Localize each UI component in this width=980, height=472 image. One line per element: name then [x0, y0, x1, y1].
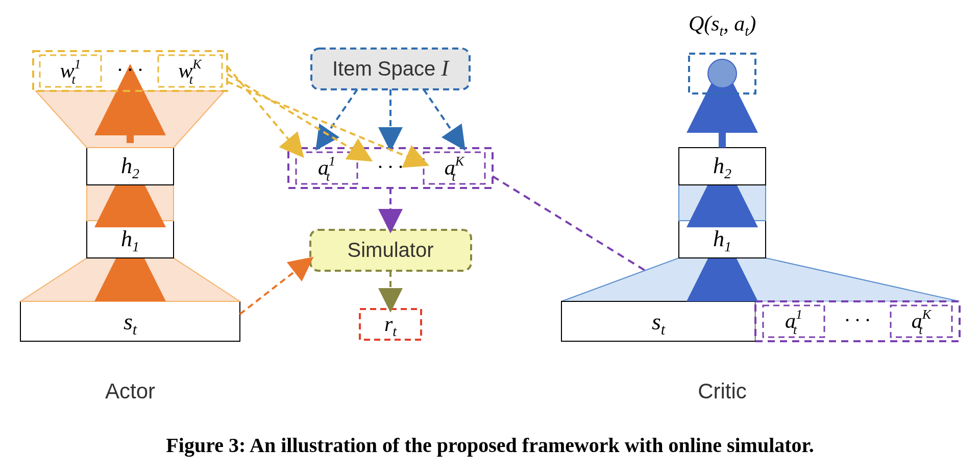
figure-caption: Figure 3: An illustration of the propose… [166, 434, 814, 457]
actor-w1-label: w1t [60, 57, 81, 87]
actions-dots: · · · [378, 155, 403, 178]
reward-label: rt [384, 312, 397, 339]
actor-label: Actor [105, 379, 155, 403]
action-a1-label: a1t [318, 154, 335, 184]
critic-q-label: Q(st, at) [689, 12, 756, 39]
itemspace-to-aK [424, 89, 462, 146]
simulator-label: Simulator [348, 239, 434, 261]
critic-column: st a1t · · · aKt h1 h2 Q(st, at) Critic [561, 12, 960, 403]
critic-label: Critic [698, 379, 747, 403]
state-to-simulator [240, 261, 309, 314]
itemspace-to-a1 [319, 89, 357, 146]
w-to-a1 [227, 66, 300, 153]
actor-wK-label: wKt [178, 57, 202, 87]
item-space-label: Item Space I [332, 56, 450, 81]
action-aK-label: aKt [445, 154, 465, 184]
critic-q-node-icon [708, 59, 737, 88]
figure-root: st h1 h2 w1t · · · wKt Actor Item Space … [0, 0, 980, 472]
critic-actions-dots: · · · [845, 309, 870, 332]
actor-column: st h1 h2 w1t · · · wKt Actor [20, 51, 240, 403]
diagram-svg: st h1 h2 w1t · · · wKt Actor Item Space … [0, 0, 980, 472]
actor-dots: · · · [117, 58, 143, 81]
critic-trapezoid-lower [561, 258, 960, 301]
w-to-aK [227, 82, 424, 163]
